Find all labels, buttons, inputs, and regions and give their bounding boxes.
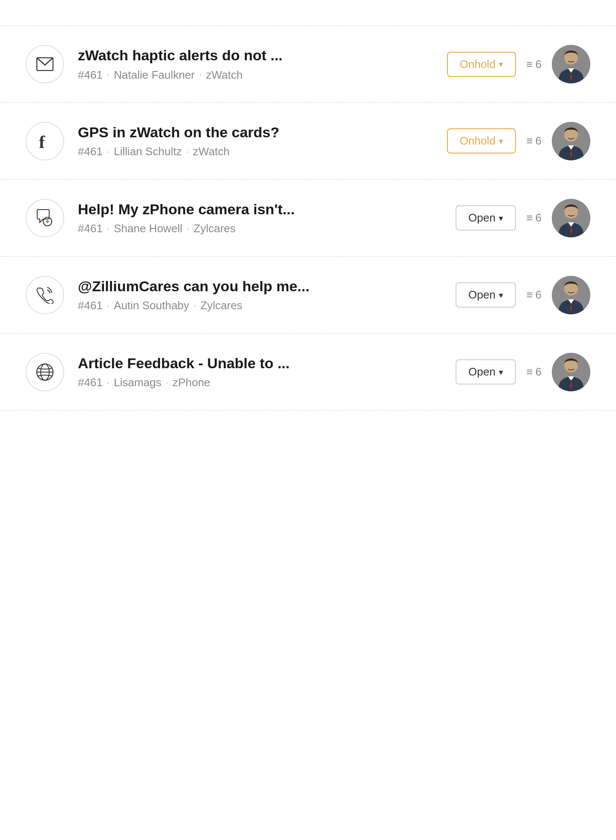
ticket-product: zPhone	[172, 376, 210, 389]
status-dropdown[interactable]: Open ▾	[456, 205, 516, 231]
web-channel-icon	[26, 353, 64, 391]
ticket-list: zWatch haptic alerts do not ... #461 · N…	[0, 0, 616, 436]
svg-text:f: f	[39, 133, 45, 150]
ticket-number: #461	[78, 376, 103, 389]
dropdown-arrow-icon: ▾	[499, 367, 503, 377]
ticket-meta: #461 · Lillian Schultz · zWatch	[78, 145, 433, 158]
ticket-number: #461	[78, 299, 103, 312]
dot-separator: ·	[107, 377, 110, 388]
status-label: Onhold	[460, 58, 496, 71]
ticket-content: zWatch haptic alerts do not ... #461 · N…	[78, 47, 433, 82]
ticket-contact: Lillian Schultz	[114, 145, 182, 158]
ticket-meta: #461 · Autin Southaby · Zylcares	[78, 299, 442, 312]
dot-separator: ·	[107, 146, 110, 157]
ticket-contact: Natalie Faulkner	[114, 68, 195, 82]
dropdown-arrow-icon: ▾	[499, 136, 503, 146]
ticket-actions: Onhold ▾ ≡ 6	[447, 122, 590, 160]
agent-avatar	[552, 353, 590, 391]
facebook-channel-icon: f	[26, 122, 64, 160]
status-dropdown[interactable]: Onhold ▾	[447, 52, 516, 77]
ticket-count: ≡ 6	[526, 365, 542, 379]
email-channel-icon	[26, 45, 64, 83]
status-label: Open	[468, 288, 496, 302]
count-value: 6	[536, 211, 542, 225]
ticket-item: zWatch haptic alerts do not ... #461 · N…	[0, 26, 616, 103]
ticket-actions: Onhold ▾ ≡ 6	[447, 45, 590, 83]
dot-separator: ·	[107, 69, 110, 80]
ticket-number: #461	[78, 68, 103, 82]
ticket-content: Article Feedback - Unable to ... #461 · …	[78, 355, 442, 390]
status-dropdown[interactable]: Open ▾	[456, 359, 516, 385]
status-label: Open	[468, 365, 496, 379]
lines-icon: ≡	[526, 134, 533, 148]
ticket-title: GPS in zWatch on the cards?	[78, 124, 433, 141]
count-value: 6	[536, 365, 542, 379]
ticket-actions: Open ▾ ≡ 6	[456, 353, 590, 391]
count-value: 6	[536, 58, 542, 71]
ticket-item: Article Feedback - Unable to ... #461 · …	[0, 334, 616, 411]
lines-icon: ≡	[526, 58, 533, 71]
ticket-title: @ZilliumCares can you help me...	[78, 278, 442, 295]
ticket-product: zWatch	[193, 145, 230, 158]
dot-separator: ·	[166, 377, 168, 388]
ticket-content: GPS in zWatch on the cards? #461 · Lilli…	[78, 124, 433, 159]
ticket-number: #461	[78, 145, 103, 158]
dot-separator: ·	[199, 69, 201, 80]
ticket-item: Help! My zPhone camera isn't... #461 · S…	[0, 180, 616, 257]
lines-icon: ≡	[526, 288, 533, 302]
dot-separator: ·	[186, 146, 189, 157]
ticket-meta: #461 · Natalie Faulkner · zWatch	[78, 68, 433, 82]
status-dropdown[interactable]: Onhold ▾	[447, 128, 516, 154]
ticket-meta: #461 · Lisamags · zPhone	[78, 376, 442, 389]
ticket-number: #461	[78, 222, 103, 235]
ticket-content: @ZilliumCares can you help me... #461 · …	[78, 278, 442, 313]
count-value: 6	[536, 134, 542, 148]
ticket-count: ≡ 6	[526, 211, 542, 225]
ticket-contact: Shane Howell	[114, 222, 182, 235]
agent-avatar	[552, 122, 590, 160]
ticket-actions: Open ▾ ≡ 6	[456, 199, 590, 237]
count-value: 6	[536, 288, 542, 302]
ticket-item: f GPS in zWatch on the cards? #461 · Lil…	[0, 103, 616, 180]
phone-channel-icon	[26, 276, 64, 314]
ticket-product: Zylcares	[200, 299, 242, 312]
agent-avatar	[552, 45, 590, 83]
dot-separator: ·	[187, 223, 189, 234]
dot-separator: ·	[107, 223, 110, 234]
ticket-title: Article Feedback - Unable to ...	[78, 355, 442, 372]
ticket-count: ≡ 6	[526, 134, 542, 148]
ticket-product: Zylcares	[194, 222, 236, 235]
ticket-meta: #461 · Shane Howell · Zylcares	[78, 222, 442, 235]
dot-separator: ·	[107, 300, 110, 311]
ticket-title: Help! My zPhone camera isn't...	[78, 201, 442, 218]
status-label: Open	[468, 211, 496, 225]
ticket-contact: Autin Southaby	[114, 299, 189, 312]
dot-separator: ·	[193, 300, 196, 311]
status-dropdown[interactable]: Open ▾	[456, 282, 516, 308]
ticket-title: zWatch haptic alerts do not ...	[78, 47, 433, 64]
ticket-content: Help! My zPhone camera isn't... #461 · S…	[78, 201, 442, 236]
status-label: Onhold	[460, 134, 496, 148]
ticket-actions: Open ▾ ≡ 6	[456, 276, 590, 314]
ticket-item: @ZilliumCares can you help me... #461 · …	[0, 257, 616, 334]
lines-icon: ≡	[526, 211, 533, 225]
ticket-product: zWatch	[206, 68, 243, 82]
agent-avatar	[552, 199, 590, 237]
ticket-contact: Lisamags	[114, 376, 161, 389]
chat-channel-icon	[26, 199, 64, 237]
dropdown-arrow-icon: ▾	[499, 59, 503, 69]
agent-avatar	[552, 276, 590, 314]
dropdown-arrow-icon: ▾	[499, 213, 503, 223]
lines-icon: ≡	[526, 365, 533, 379]
dropdown-arrow-icon: ▾	[499, 290, 503, 300]
ticket-count: ≡ 6	[526, 288, 542, 302]
ticket-count: ≡ 6	[526, 58, 542, 71]
